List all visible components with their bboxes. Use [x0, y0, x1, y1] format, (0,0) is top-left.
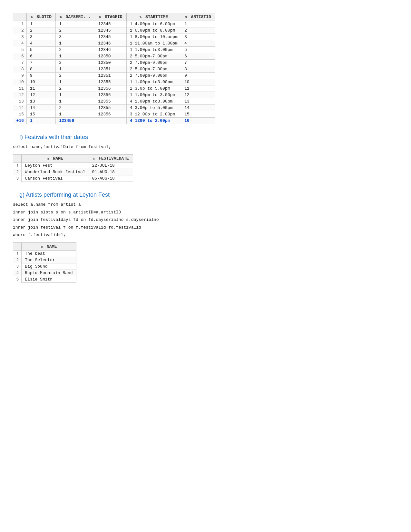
cell-stageid: 12356	[95, 92, 126, 98]
section-f-query: select name,festivalDate from festival;	[13, 143, 398, 151]
table-row: 9 9 2 12351 2 7.00pm-9.00pm 9	[13, 73, 215, 79]
cell-festival-date: 22-JUL-18	[89, 163, 133, 169]
row-num-header-f	[13, 155, 22, 163]
sort-icon: ⇅	[99, 15, 101, 19]
row-num: 1	[13, 251, 22, 257]
cell-starttime: 1 4.00pm to 6.00pm	[126, 21, 181, 27]
col-stageid[interactable]: ⇅ STAGEID	[95, 13, 126, 21]
cell-stageid: 12355	[95, 105, 126, 111]
cell-artistid: 13	[181, 98, 215, 105]
cell-artistid: 8	[181, 66, 215, 73]
cell-starttime: 1 6.00pm to 8.00pm	[126, 27, 181, 34]
cell-starttime: 4 1.00pm to3.00pm	[126, 98, 181, 105]
row-num: 1	[13, 163, 22, 169]
cell-starttime: 1 1.00pm to 3.00pm	[126, 92, 181, 98]
cell-artistid: 11	[181, 85, 215, 92]
col-name-g[interactable]: ⇅ NAME	[22, 243, 76, 251]
row-num: 6	[13, 53, 27, 60]
query-line: inner join festival f on f.festivalid=fd…	[13, 224, 398, 231]
festivals-table: ⇅ NAME ⇅ FESTIVALDATE 1 Leyton Fest 22-J…	[13, 154, 133, 182]
cell-artist-name: Big Sound	[22, 263, 76, 270]
table-row: 11 11 2 12356 2 3.0p to 5.00pm 11	[13, 85, 215, 92]
cell-slotid: 6	[26, 53, 55, 60]
col-dayseri[interactable]: ⇅ DAYSERI...	[56, 13, 95, 21]
cell-artistid: 15	[181, 111, 215, 118]
col-starttime[interactable]: ⇅ STARTTIME	[126, 13, 181, 21]
section-g-query: select a.name from artist ainner join sl…	[13, 201, 398, 239]
section-g-heading: g) Artists performing at Leyton Fest	[19, 192, 398, 198]
sort-icon: ⇅	[31, 15, 33, 19]
cell-starttime: 4 3.00p to 5.00pm	[126, 105, 181, 111]
cell-artist-name: The beat	[22, 251, 76, 257]
cell-slotid: 1	[26, 21, 55, 27]
cell-stageid: 12345	[95, 27, 126, 34]
cell-artistid-new: 16	[181, 118, 215, 124]
cell-stageid: 12351	[95, 73, 126, 79]
table-row: 4 Rapid Mountain Band	[13, 270, 76, 276]
cell-artistid: 4	[181, 40, 215, 47]
row-num: 4	[13, 40, 27, 47]
cell-festival-date: 05-AUG-18	[89, 175, 133, 182]
cell-stageid2-new	[95, 118, 126, 124]
query-line: inner join slots s on s.artistID=a.artis…	[13, 209, 398, 216]
row-num: 13	[13, 98, 27, 105]
row-num: 4	[13, 270, 22, 276]
table-row: 15 15 1 12356 3 12.00p to 2.00pm 15	[13, 111, 215, 118]
row-num: 10	[13, 79, 27, 85]
cell-artistid: 10	[181, 79, 215, 85]
cell-dayseri: 2	[56, 60, 95, 66]
cell-starttime: 2 7.00pm-9.00pm	[126, 73, 181, 79]
row-num: 11	[13, 85, 27, 92]
table-row-new: +16 1 123456 4 1200 to 2.00pm 16	[13, 118, 215, 124]
col-festivaldate[interactable]: ⇅ FESTIVALDATE	[89, 155, 133, 163]
cell-slotid: 5	[26, 47, 55, 53]
cell-artistid: 6	[181, 53, 215, 60]
cell-stageid: 12356	[95, 111, 126, 118]
cell-stageid-new: 123456	[56, 118, 95, 124]
cell-starttime: 1 1.00pm to3.00pm	[126, 47, 181, 53]
row-num: 1	[13, 21, 27, 27]
col-slotid[interactable]: ⇅ SLOTID	[26, 13, 55, 21]
sort-icon: ⇅	[47, 157, 49, 161]
cell-artist-name: The Selector	[22, 257, 76, 263]
cell-stageid: 12345	[95, 21, 126, 27]
row-num: 3	[13, 263, 22, 270]
col-name-f[interactable]: ⇅ NAME	[22, 155, 89, 163]
cell-festival-name: Leyton Fest	[22, 163, 89, 169]
cell-artistid: 3	[181, 34, 215, 40]
cell-stageid: 12355	[95, 79, 126, 85]
sort-icon: ⇅	[41, 245, 43, 249]
table-row: 2 The Selector	[13, 257, 76, 263]
cell-slotid: 11	[26, 85, 55, 92]
row-num: 12	[13, 92, 27, 98]
table-row: 7 7 2 12350 2 7.00pm-9.00pm 7	[13, 60, 215, 66]
cell-starttime: 1 11.00am to 1.00pm	[126, 40, 181, 47]
col-artistid[interactable]: ⇅ ARTISTID	[181, 13, 215, 21]
cell-starttime-new: 4 1200 to 2.00pm	[126, 118, 181, 124]
cell-artistid: 5	[181, 47, 215, 53]
table-row: 14 14 2 12355 4 3.00p to 5.00pm 14	[13, 105, 215, 111]
cell-artistid: 12	[181, 92, 215, 98]
sort-icon: ⇅	[60, 15, 62, 19]
cell-festival-name: Wonderland Rock festival	[22, 169, 89, 175]
cell-artistid: 7	[181, 60, 215, 66]
query-line: where f.festivalid=1;	[13, 231, 398, 239]
cell-slotid: 2	[26, 27, 55, 34]
cell-artistid: 9	[181, 73, 215, 79]
cell-dayseri: 1	[56, 111, 95, 118]
row-num: 5	[13, 47, 27, 53]
cell-dayseri: 1	[56, 92, 95, 98]
cell-dayseri: 2	[56, 27, 95, 34]
slots-table: ⇅ SLOTID ⇅ DAYSERI... ⇅ STAGEID ⇅ STARTT…	[13, 13, 215, 124]
cell-dayseri: 3	[56, 34, 95, 40]
cell-dayseri: 1	[56, 66, 95, 73]
cell-stageid: 12355	[95, 98, 126, 105]
cell-artistid: 2	[181, 27, 215, 34]
artists-table: ⇅ NAME 1 The beat 2 The Selector 3 Big S…	[13, 242, 76, 283]
cell-stageid: 12346	[95, 40, 126, 47]
cell-slotid: 4	[26, 40, 55, 47]
sort-icon: ⇅	[93, 157, 95, 161]
table-row: 1 Leyton Fest 22-JUL-18	[13, 163, 133, 169]
cell-stageid: 12351	[95, 66, 126, 73]
cell-stageid: 12345	[95, 34, 126, 40]
